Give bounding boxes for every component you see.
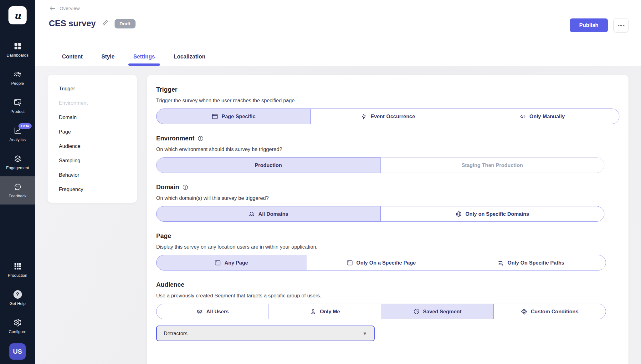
sidebar-item-feedback[interactable]: Feedback: [0, 176, 35, 205]
settings-nav-card: Trigger Environment Domain Page Audience…: [48, 75, 137, 203]
sidebar-nav: Dashboards People Product Beta Analytics: [0, 36, 35, 205]
domain-icon: [249, 211, 255, 217]
globe-icon: [455, 211, 462, 217]
person-icon: [310, 308, 316, 315]
code-icon: [520, 113, 526, 120]
sidebar-item-production[interactable]: Production: [0, 256, 35, 284]
pie-chart-icon: [413, 308, 420, 315]
settings-nav-sampling[interactable]: Sampling: [48, 153, 137, 168]
page-title: CES survey: [49, 19, 96, 28]
trigger-option-page-specific[interactable]: Page-Specific: [156, 109, 311, 124]
environment-section-description: On which environment should this survey …: [156, 146, 619, 152]
product-icon: [13, 98, 22, 107]
path-icon: [497, 260, 504, 266]
audience-option-saved-segment[interactable]: Saved Segment: [381, 304, 494, 319]
domain-section-title: Domain: [156, 184, 619, 191]
sidebar-item-engagement[interactable]: Engagement: [0, 148, 35, 176]
sidebar-item-label: Engagement: [6, 165, 29, 170]
domain-option-only-specific-domains[interactable]: Only on Specific Domains: [380, 206, 605, 222]
lightning-icon: [361, 113, 367, 120]
back-label: Overview: [59, 6, 80, 11]
user-avatar[interactable]: US: [9, 343, 26, 360]
settings-nav-page[interactable]: Page: [48, 124, 137, 139]
tab-content[interactable]: Content: [53, 48, 92, 66]
info-icon[interactable]: [182, 184, 188, 190]
apps-grid-icon: [13, 262, 22, 270]
settings-nav-frequency[interactable]: Frequency: [48, 182, 137, 196]
audience-option-custom-conditions[interactable]: Custom Conditions: [493, 304, 606, 319]
back-link[interactable]: Overview: [49, 5, 80, 12]
audience-option-only-me[interactable]: Only Me: [269, 304, 381, 319]
audience-options: All Users Only Me Saved Segment Custom C…: [156, 304, 606, 319]
browser-window-icon: [214, 260, 221, 266]
page-header: Overview CES survey Draft Publish Conten…: [35, 0, 641, 66]
tab-style[interactable]: Style: [92, 48, 124, 66]
sidebar-item-label: Dashboards: [7, 53, 28, 58]
trigger-option-only-manually[interactable]: Only-Manually: [465, 109, 619, 124]
environment-option-staging-then-production[interactable]: Staging Then Production: [380, 157, 605, 173]
beta-badge: Beta: [18, 123, 32, 129]
domain-section-description: On which domain(s) will this survey be t…: [156, 195, 619, 201]
audience-option-all-users[interactable]: All Users: [156, 304, 269, 319]
segment-dropdown-value: Detractors: [164, 331, 187, 336]
page-option-only-specific-page[interactable]: Only On a Specific Page: [306, 255, 456, 270]
back-arrow-icon: [49, 5, 56, 12]
settings-nav-behavior[interactable]: Behavior: [48, 168, 137, 182]
trigger-options: Page-Specific Event-Occurrence Only-Manu…: [156, 109, 619, 124]
publish-button[interactable]: Publish: [570, 18, 608, 32]
sidebar-item-label: Feedback: [8, 194, 26, 198]
app-sidebar: u Dashboards People Product Beta Anal: [0, 0, 35, 364]
settings-page: Trigger Environment Domain Page Audience…: [35, 66, 641, 364]
more-options-button[interactable]: [613, 18, 628, 33]
trigger-option-event-occurrence[interactable]: Event-Occurrence: [310, 109, 465, 124]
settings-nav-audience[interactable]: Audience: [48, 139, 137, 153]
page-options: Any Page Only On a Specific Page Only On…: [156, 255, 606, 270]
trigger-section-description: Trigger the survey when the user reaches…: [156, 98, 619, 104]
gear-icon: [13, 318, 22, 327]
engagement-icon: [13, 154, 22, 163]
edit-title-button[interactable]: [101, 19, 109, 28]
settings-nav-environment[interactable]: Environment: [48, 96, 137, 110]
sidebar-item-dashboards[interactable]: Dashboards: [0, 36, 35, 64]
settings-main-card: Trigger Trigger the survey when the user…: [147, 75, 628, 364]
page-option-only-specific-paths[interactable]: Only On Specific Paths: [456, 255, 606, 270]
trigger-section-title: Trigger: [156, 86, 619, 93]
browser-window-icon: [212, 113, 218, 120]
sidebar-item-product[interactable]: Product: [0, 92, 35, 120]
domain-options: All Domains Only on Specific Domains: [156, 206, 604, 222]
sidebar-item-label: People: [11, 81, 24, 86]
chevron-down-icon: ▼: [362, 331, 367, 336]
dashboards-icon: [13, 42, 22, 50]
analytics-icon: Beta: [13, 126, 22, 135]
help-icon: ?: [13, 290, 22, 299]
sidebar-item-get-help[interactable]: ? Get Help: [0, 284, 35, 312]
tab-settings[interactable]: Settings: [124, 48, 164, 66]
domain-option-all-domains[interactable]: All Domains: [156, 206, 381, 222]
sidebar-item-label: Get Help: [9, 301, 25, 306]
feedback-icon: [13, 183, 22, 191]
sidebar-item-configure[interactable]: Configure: [0, 312, 35, 340]
sidebar-item-label: Production: [8, 273, 27, 278]
page-section-description: Display this survey on any location user…: [156, 244, 619, 250]
settings-nav-trigger[interactable]: Trigger: [48, 81, 137, 96]
audience-section-title: Audience: [156, 281, 619, 288]
sidebar-item-people[interactable]: People: [0, 64, 35, 92]
info-icon[interactable]: [197, 135, 204, 142]
sidebar-item-label: Configure: [9, 329, 26, 334]
environment-option-production[interactable]: Production: [156, 157, 381, 173]
sidebar-item-analytics[interactable]: Beta Analytics: [0, 120, 35, 148]
browser-window-icon: [346, 260, 353, 266]
tab-bar: Content Style Settings Localization: [53, 48, 215, 66]
settings-nav-domain[interactable]: Domain: [48, 110, 137, 124]
users-icon: [196, 308, 203, 315]
environment-section-title: Environment: [156, 135, 619, 142]
segment-dropdown[interactable]: Detractors ▼: [156, 326, 375, 341]
people-icon: [13, 70, 22, 78]
sidebar-item-label: Product: [11, 109, 25, 114]
page-option-any-page[interactable]: Any Page: [156, 255, 306, 270]
app-logo[interactable]: u: [8, 6, 27, 24]
tab-localization[interactable]: Localization: [164, 48, 215, 66]
diamond-icon: [521, 308, 527, 315]
ellipsis-icon: [618, 25, 619, 26]
status-badge: Draft: [115, 19, 136, 28]
